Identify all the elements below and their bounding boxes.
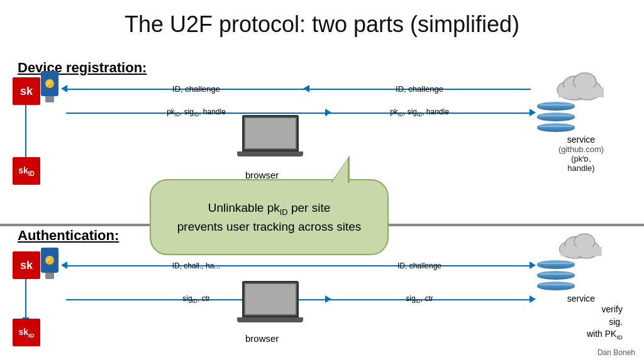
sk-id-box-auth: skID <box>13 319 40 346</box>
page-title: The U2F protocol: two parts (simplified) <box>0 0 644 44</box>
arrow-id-challenge-left-reg: ID, challenge <box>66 80 326 97</box>
registration-label: Device registration: <box>18 60 147 76</box>
db-stack-auth <box>537 260 625 290</box>
service-label-auth: service <box>537 293 625 304</box>
footer-credit: Dan Boneh <box>597 348 635 357</box>
browser-laptop-reg <box>237 115 303 156</box>
arrow-sk-to-skid-auth <box>25 279 26 319</box>
arrow-sk-to-skid-reg <box>25 105 26 158</box>
arrow-id-chall-right-auth: ID, challenge <box>308 256 531 274</box>
arrow-id-chall-left-auth: ID, chall., ha... <box>66 256 326 274</box>
browser-label-auth: browser <box>245 333 279 344</box>
svg-rect-4 <box>558 87 604 97</box>
popup-bubble: Unlinkable pkID per site prevents user t… <box>150 179 389 255</box>
usb-key-auth: 🔑 <box>41 248 58 279</box>
pk-handle-reg: (pkᴵᴅ, handle) <box>537 154 625 173</box>
cloud-icon-auth <box>556 228 606 259</box>
popup-line1: Unlinkable pkID per site <box>164 199 375 218</box>
service-label-reg: service <box>537 134 625 145</box>
verify-block-auth: verify sig. with PKID <box>537 304 623 341</box>
service-sub-reg: (github.com) <box>537 145 625 154</box>
browser-laptop-auth <box>237 281 303 322</box>
sk-id-box-reg: skID <box>13 157 40 185</box>
svg-rect-9 <box>560 247 601 256</box>
cloud-icon-reg <box>556 66 606 101</box>
arrow-id-challenge-right-reg: ID, challenge <box>308 80 531 97</box>
popup-line2: prevents user tracking across sites <box>164 218 375 236</box>
cloud-service-reg: service (github.com) (pkᴵᴅ, handle) <box>537 66 625 173</box>
sk-box-auth: sk <box>13 251 40 279</box>
cloud-service-auth: service verify sig. with PKID <box>537 228 625 341</box>
db-stack-reg <box>537 102 625 132</box>
auth-label: Authentication: <box>18 228 119 244</box>
arrow-sig-ctr-right-auth: sigID, ctr <box>308 290 531 308</box>
arrow-pk-sig-right-reg: pkID, sigID, handle <box>308 104 531 121</box>
sk-box-reg: sk <box>13 77 40 105</box>
usb-key-reg: 🔑 <box>41 71 58 102</box>
